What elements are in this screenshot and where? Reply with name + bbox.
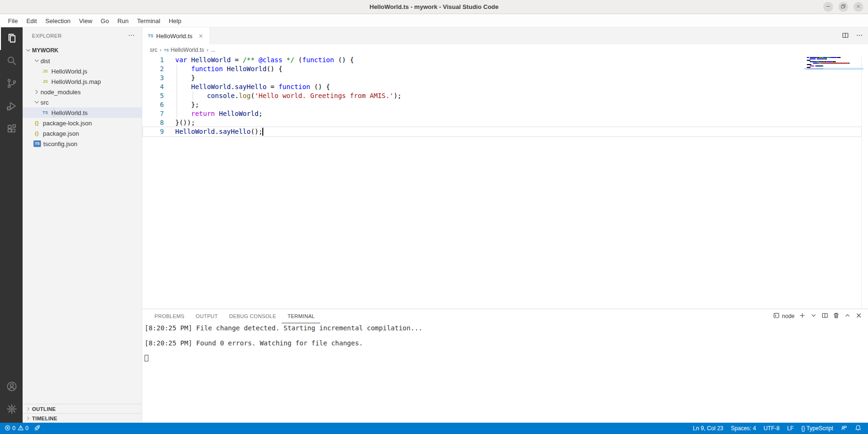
close-icon xyxy=(855,312,862,320)
menu-selection[interactable]: Selection xyxy=(41,15,74,27)
code-line-5[interactable]: 5 console.log('Hello world. Greetings fr… xyxy=(142,91,868,100)
menu-run[interactable]: Run xyxy=(113,15,133,27)
terminal-dropdown-button[interactable] xyxy=(810,312,817,320)
tree-item-node-modules[interactable]: node_modules xyxy=(23,87,142,97)
line-number: 4 xyxy=(142,82,164,91)
status-language-mode[interactable]: {} TypeScript xyxy=(801,425,833,432)
tree-item-mywork[interactable]: MYWORK xyxy=(23,45,142,56)
terminal-prompt-line xyxy=(145,354,863,362)
new-terminal-button[interactable] xyxy=(799,312,806,320)
line-number: 3 xyxy=(142,74,164,82)
tab-helloworld-ts[interactable]: TS HelloWorld.ts xyxy=(142,27,210,44)
status-label: LF xyxy=(787,425,794,432)
activity-item-source-control[interactable] xyxy=(0,73,23,95)
close-button[interactable] xyxy=(853,2,863,12)
search-icon xyxy=(6,55,17,68)
tree-item-label: src xyxy=(41,99,49,106)
maximize-panel-button[interactable] xyxy=(844,312,851,320)
status-label: Ln 9, Col 23 xyxy=(693,425,723,432)
chevron-right-icon xyxy=(33,88,41,96)
status-problems-errors[interactable]: 0 xyxy=(4,425,16,433)
activity-item-explorer[interactable] xyxy=(0,27,23,50)
tree-item-src[interactable]: src xyxy=(23,97,142,107)
restore-button[interactable] xyxy=(838,2,848,12)
restore-icon xyxy=(841,3,846,10)
code-line-3[interactable]: 3 } xyxy=(142,74,868,82)
run-debug-icon xyxy=(6,100,17,113)
code-text: }()); xyxy=(175,118,195,127)
menu-bar: FileEditSelectionViewGoRunTerminalHelp xyxy=(0,15,868,27)
section-timeline[interactable]: TIMELINE xyxy=(23,413,142,423)
line-number: 6 xyxy=(142,100,164,109)
code-line-7[interactable]: 7 return HelloWorld; xyxy=(142,109,868,118)
split-editor-button[interactable] xyxy=(841,31,850,41)
menu-terminal[interactable]: Terminal xyxy=(133,15,164,27)
breadcrumb-folder[interactable]: src xyxy=(150,47,157,53)
split-terminal-button[interactable] xyxy=(821,312,828,320)
status-feedback[interactable] xyxy=(841,425,847,433)
status-indentation[interactable]: Spaces: 4 xyxy=(731,425,756,432)
line-number: 1 xyxy=(142,56,164,65)
menu-help[interactable]: Help xyxy=(164,15,186,27)
status-notifications[interactable] xyxy=(855,425,861,433)
breadcrumb-more[interactable]: ... xyxy=(211,47,215,53)
status-cursor-position[interactable]: Ln 9, Col 23 xyxy=(693,425,723,432)
chevron-down-icon xyxy=(24,47,32,54)
status-eol-sequence[interactable]: LF xyxy=(787,425,794,432)
breadcrumb-file[interactable]: HelloWorld.ts xyxy=(170,47,204,53)
title-bar: HelloWorld.ts - mywork - Visual Studio C… xyxy=(0,0,868,14)
activity-item-run-debug[interactable] xyxy=(0,95,23,118)
section-label: OUTLINE xyxy=(32,406,56,412)
window-controls xyxy=(823,2,863,12)
js-file-icon: JS xyxy=(41,69,49,74)
tree-item-label: tsconfig.json xyxy=(43,140,77,147)
chevron-right-icon: › xyxy=(206,47,208,53)
status-problems-warnings[interactable]: 0 xyxy=(17,425,29,433)
code-line-6[interactable]: 6 }; xyxy=(142,100,868,109)
panel-tab-output[interactable]: OUTPUT xyxy=(190,309,224,323)
terminal-name: node xyxy=(782,313,795,319)
section-label: TIMELINE xyxy=(32,416,57,421)
kill-terminal-button[interactable] xyxy=(833,312,840,320)
activity-item-extensions[interactable] xyxy=(0,118,23,140)
activity-item-accounts[interactable] xyxy=(0,376,23,398)
ts-file-icon: TS xyxy=(41,110,49,115)
activity-item-search[interactable] xyxy=(0,50,23,73)
code-line-1[interactable]: 1var HelloWorld = /** @class */ (functio… xyxy=(142,56,868,65)
section-outline[interactable]: OUTLINE xyxy=(23,404,142,413)
tree-item-label: node_modules xyxy=(41,89,81,96)
code-line-4[interactable]: 4 HelloWorld.sayHello = function () { xyxy=(142,82,868,91)
tree-item-helloworld-js-map[interactable]: JSHelloWorld.js.map xyxy=(23,76,142,87)
menu-view[interactable]: View xyxy=(75,15,97,27)
minimize-button[interactable] xyxy=(823,2,833,12)
tab-close-icon[interactable] xyxy=(197,32,205,40)
activity-item-settings[interactable] xyxy=(0,398,23,421)
status-left: 00 xyxy=(0,425,41,433)
status-encoding[interactable]: UTF-8 xyxy=(763,425,779,432)
tree-item-helloworld-ts[interactable]: TSHelloWorld.ts xyxy=(23,107,142,118)
chevron-down-icon xyxy=(33,57,41,65)
code-line-2[interactable]: 2 function HelloWorld() { xyxy=(142,65,868,74)
terminal-selector[interactable]: node xyxy=(773,312,795,320)
panel-tab-problems[interactable]: PROBLEMS xyxy=(149,309,190,323)
tree-item-package-json[interactable]: {}package.json xyxy=(23,128,142,139)
panel-tab-terminal[interactable]: TERMINAL xyxy=(282,309,320,323)
code-editor[interactable]: 1var HelloWorld = /** @class */ (functio… xyxy=(142,56,868,309)
status-rocket-indicator[interactable] xyxy=(34,425,41,433)
menu-go[interactable]: Go xyxy=(97,15,113,27)
views-more-button[interactable] xyxy=(128,32,135,41)
tree-item-package-lock-json[interactable]: {}package-lock.json xyxy=(23,118,142,128)
menu-edit[interactable]: Edit xyxy=(22,15,41,27)
tree-item-dist[interactable]: dist xyxy=(23,56,142,66)
terminal-output[interactable]: [8:20:25 PM] File change detected. Start… xyxy=(145,324,863,421)
more-actions-button[interactable] xyxy=(855,31,864,41)
menu-file[interactable]: File xyxy=(4,15,22,27)
tree-item-helloworld-js[interactable]: JSHelloWorld.js xyxy=(23,66,142,76)
activity-bar xyxy=(0,27,23,423)
tree-item-tsconfig-json[interactable]: TStsconfig.json xyxy=(23,139,142,149)
close-panel-button[interactable] xyxy=(855,312,862,320)
code-line-8[interactable]: 8}()); xyxy=(142,118,868,127)
code-line-9[interactable]: 9HelloWorld.sayHello(); xyxy=(142,127,868,136)
panel-tab-debug-console[interactable]: DEBUG CONSOLE xyxy=(224,309,282,323)
feedback-icon xyxy=(841,425,847,433)
